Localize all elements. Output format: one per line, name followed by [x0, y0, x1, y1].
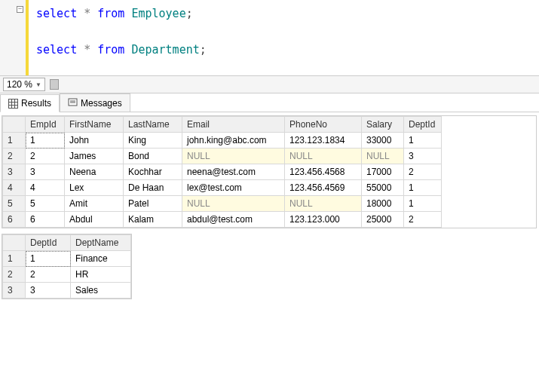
- column-header[interactable]: EmpId: [26, 117, 65, 133]
- code-lines[interactable]: select * from Employee; select * from De…: [29, 0, 207, 75]
- cell[interactable]: King: [124, 133, 182, 149]
- row-header-blank: [3, 235, 26, 251]
- change-indicator-bar: [26, 0, 29, 75]
- results-panel: EmpIdFirstNameLastNameEmailPhoneNoSalary…: [0, 112, 539, 305]
- cell[interactable]: 1: [404, 133, 442, 149]
- column-header[interactable]: Salary: [362, 117, 404, 133]
- tab-messages[interactable]: Messages: [60, 93, 130, 112]
- cell[interactable]: 123.123.1834: [285, 133, 362, 149]
- cell[interactable]: Bond: [124, 149, 182, 164]
- cell[interactable]: 3: [26, 283, 71, 299]
- cell[interactable]: 4: [26, 180, 65, 196]
- cell[interactable]: 1: [26, 133, 65, 149]
- column-header[interactable]: PhoneNo: [285, 117, 362, 133]
- results-tabs: Results Messages: [0, 93, 539, 112]
- cell[interactable]: abdul@test.com: [182, 212, 285, 228]
- table-row[interactable]: 11Finance: [3, 251, 131, 267]
- cell[interactable]: Kochhar: [124, 164, 182, 180]
- cell[interactable]: 6: [26, 212, 65, 228]
- cell[interactable]: 33000: [362, 133, 404, 149]
- row-number[interactable]: 5: [3, 196, 26, 212]
- dropdown-arrow-icon: ▼: [35, 81, 41, 88]
- cell[interactable]: 123.456.4568: [285, 164, 362, 180]
- cell[interactable]: Patel: [124, 196, 182, 212]
- cell[interactable]: 3: [26, 164, 65, 180]
- cell[interactable]: 2: [26, 149, 65, 164]
- cell[interactable]: Neena: [65, 164, 124, 180]
- column-header[interactable]: Email: [182, 117, 285, 133]
- horizontal-scroll-knob[interactable]: [50, 79, 59, 90]
- cell[interactable]: NULL: [182, 196, 285, 212]
- svg-rect-0: [9, 99, 18, 108]
- cell[interactable]: 123.123.000: [285, 212, 362, 228]
- row-number[interactable]: 2: [3, 149, 26, 164]
- cell[interactable]: 2: [404, 212, 442, 228]
- row-number[interactable]: 6: [3, 212, 26, 228]
- cell[interactable]: neena@test.com: [182, 164, 285, 180]
- row-number[interactable]: 2: [3, 267, 26, 283]
- cell[interactable]: Lex: [65, 180, 124, 196]
- row-number[interactable]: 3: [3, 283, 26, 299]
- cell[interactable]: 5: [26, 196, 65, 212]
- cell[interactable]: Sales: [71, 283, 131, 299]
- fold-toggle-icon[interactable]: −: [17, 6, 23, 13]
- zoom-value: 120 %: [7, 79, 32, 90]
- grid-icon: [8, 99, 18, 109]
- table-row[interactable]: 22HR: [3, 267, 131, 283]
- table-row[interactable]: 44LexDe Haanlex@test.com123.456.45695500…: [3, 180, 442, 196]
- cell[interactable]: HR: [71, 267, 131, 283]
- column-header[interactable]: FirstName: [65, 117, 124, 133]
- cell[interactable]: 123.456.4569: [285, 180, 362, 196]
- cell[interactable]: 3: [404, 149, 442, 164]
- cell[interactable]: 1: [404, 180, 442, 196]
- cell[interactable]: NULL: [285, 196, 362, 212]
- result-grid-1[interactable]: EmpIdFirstNameLastNameEmailPhoneNoSalary…: [2, 115, 537, 228]
- row-number[interactable]: 1: [3, 133, 26, 149]
- cell[interactable]: James: [65, 149, 124, 164]
- cell[interactable]: De Haan: [124, 180, 182, 196]
- tab-messages-label: Messages: [81, 98, 122, 109]
- cell[interactable]: john.king@abc.com: [182, 133, 285, 149]
- cell[interactable]: 1: [404, 196, 442, 212]
- table-row[interactable]: 55AmitPatelNULLNULL180001: [3, 196, 442, 212]
- cell[interactable]: Finance: [71, 251, 131, 267]
- tab-results-label: Results: [21, 98, 51, 109]
- cell[interactable]: NULL: [362, 149, 404, 164]
- table-row[interactable]: 11JohnKingjohn.king@abc.com123.123.18343…: [3, 133, 442, 149]
- table-row[interactable]: 33NeenaKochharneena@test.com123.456.4568…: [3, 164, 442, 180]
- zoom-toolbar: 120 % ▼: [0, 75, 539, 93]
- cell[interactable]: 1: [26, 251, 71, 267]
- table-row[interactable]: 33Sales: [3, 283, 131, 299]
- zoom-dropdown[interactable]: 120 % ▼: [3, 78, 45, 91]
- column-header[interactable]: DeptId: [404, 117, 442, 133]
- sql-editor[interactable]: − select * from Employee; select * from …: [0, 0, 539, 75]
- messages-icon: [68, 98, 78, 108]
- cell[interactable]: lex@test.com: [182, 180, 285, 196]
- table-row[interactable]: 22JamesBondNULLNULLNULL3: [3, 149, 442, 164]
- row-header-blank: [3, 117, 26, 133]
- cell[interactable]: NULL: [182, 149, 285, 164]
- cell[interactable]: 17000: [362, 164, 404, 180]
- cell[interactable]: Amit: [65, 196, 124, 212]
- cell[interactable]: 25000: [362, 212, 404, 228]
- tab-results[interactable]: Results: [0, 94, 60, 112]
- cell[interactable]: NULL: [285, 149, 362, 164]
- column-header[interactable]: DeptName: [71, 235, 131, 251]
- cell[interactable]: Abdul: [65, 212, 124, 228]
- row-number[interactable]: 1: [3, 251, 26, 267]
- cell[interactable]: John: [65, 133, 124, 149]
- cell[interactable]: 2: [26, 267, 71, 283]
- column-header[interactable]: LastName: [124, 117, 182, 133]
- cell[interactable]: 2: [404, 164, 442, 180]
- cell[interactable]: 18000: [362, 196, 404, 212]
- row-number[interactable]: 4: [3, 180, 26, 196]
- cell[interactable]: Kalam: [124, 212, 182, 228]
- row-number[interactable]: 3: [3, 164, 26, 180]
- result-grid-2[interactable]: DeptIdDeptName11Finance22HR33Sales: [2, 234, 132, 299]
- column-header[interactable]: DeptId: [26, 235, 71, 251]
- editor-gutter: −: [0, 0, 29, 75]
- cell[interactable]: 55000: [362, 180, 404, 196]
- table-row[interactable]: 66AbdulKalamabdul@test.com123.123.000250…: [3, 212, 442, 228]
